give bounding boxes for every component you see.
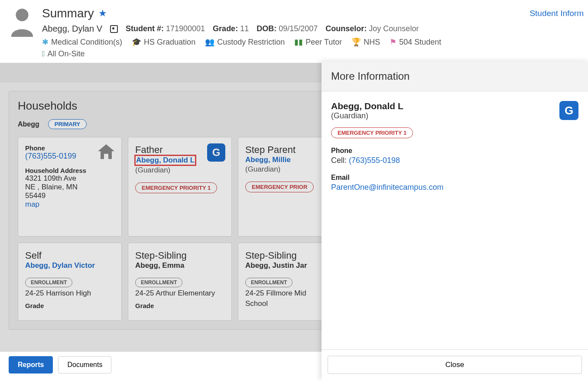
medical-icon: ✱ — [42, 37, 49, 47]
people-icon: 👥 — [205, 37, 214, 47]
side-phone-value: Cell: (763)555-0198 — [331, 156, 578, 165]
side-email-link[interactable]: ParentOne@infinitecampus.com — [331, 183, 443, 192]
grade: Grade: 11 — [213, 24, 249, 33]
id-card-icon[interactable] — [110, 25, 118, 33]
dob: DOB: 09/15/2007 — [257, 24, 318, 33]
more-info-panel: More Information Abegg, Donald L (Guardi… — [322, 62, 588, 380]
address-line-1: 4321 109th Ave — [25, 174, 114, 183]
tab-reports[interactable]: Reports — [9, 356, 53, 374]
flag-icon: ⚑ — [390, 37, 396, 47]
side-panel-title: More Information — [322, 62, 588, 91]
home-icon — [97, 143, 115, 162]
address-line-2: NE , Blaine, MN — [25, 183, 114, 192]
step-parent-name-link[interactable]: Abegg, Millie — [245, 156, 291, 164]
step-sibling-grade-label: Grade — [135, 302, 224, 309]
tag-hs-graduation[interactable]: 🎓HS Graduation — [132, 37, 195, 47]
student-information-link[interactable]: Student Inform — [530, 9, 584, 18]
address-label: Household Address — [25, 167, 114, 174]
tab-documents[interactable]: Documents — [58, 356, 111, 374]
close-button[interactable]: Close — [328, 356, 582, 374]
father-role: (Guardian) — [135, 166, 224, 175]
graduation-icon: 🎓 — [132, 37, 141, 47]
person-pin-icon: 𖠋 — [42, 49, 45, 58]
tag-peer-tutor[interactable]: ▮▮Peer Tutor — [294, 37, 342, 47]
step-sibling-enrollment: 24-25 Arthur Elementary — [135, 289, 224, 298]
primary-pill: PRIMARY — [48, 119, 87, 129]
self-enrollment: 24-25 Harrison High — [25, 289, 114, 298]
enrollment-pill: ENROLLMENT — [135, 278, 182, 287]
side-phone-link[interactable]: (763)555-0198 — [349, 156, 400, 165]
counselor: Counselor: Joy Counselor — [325, 24, 419, 33]
enrollment-pill: ENROLLMENT — [245, 278, 292, 287]
emergency-pill: EMERGENCY PRIOR — [245, 182, 314, 192]
side-person-name: Abegg, Donald L — [331, 101, 403, 111]
side-phone-label: Phone — [331, 147, 578, 155]
self-name-link[interactable]: Abegg, Dylan Victor — [25, 261, 95, 270]
self-title: Self — [25, 250, 114, 261]
map-link[interactable]: map — [25, 200, 39, 208]
step-sibling-title: Step-Sibling — [135, 250, 224, 261]
page-title: Summary — [42, 6, 94, 20]
side-person-role: (Guardian) — [331, 111, 403, 120]
enrollment-pill: ENROLLMENT — [25, 278, 72, 287]
emergency-pill: EMERGENCY PRIORITY 1 — [135, 182, 217, 193]
step-sibling-name: Abegg, Emma — [135, 261, 224, 270]
avatar-placeholder-icon — [9, 6, 36, 37]
guardian-badge: G — [207, 143, 225, 162]
tag-custody[interactable]: 👥Custody Restriction — [205, 37, 285, 47]
student-name: Abegg, Dylan V — [42, 24, 102, 34]
star-icon[interactable]: ★ — [98, 8, 107, 19]
guardian-badge: G — [559, 101, 578, 120]
father-name-link[interactable]: Abegg, Donald L — [136, 156, 195, 164]
self-card: Self Abegg, Dylan Victor ENROLLMENT 24-2… — [18, 243, 122, 321]
highlighted-father-name: Abegg, Donald L — [135, 156, 195, 165]
emergency-pill: EMERGENCY PRIORITY 1 — [331, 127, 413, 138]
student-header: Summary ★ Abegg, Dylan V Student #: 1719… — [0, 0, 588, 63]
tag-medical[interactable]: ✱Medical Condition(s) — [42, 37, 122, 47]
tag-onsite[interactable]: 𖠋All On-Site — [42, 49, 85, 58]
household-phone-link[interactable]: (763)555-0199 — [25, 152, 76, 160]
household-tab[interactable]: Abegg — [18, 120, 39, 128]
trophy-icon: 🏆 — [351, 37, 361, 47]
book-icon: ▮▮ — [294, 37, 303, 47]
student-number: Student #: 171900001 — [126, 24, 205, 33]
tag-504[interactable]: ⚑504 Student — [390, 37, 441, 47]
side-email-label: Email — [331, 174, 578, 182]
step-sibling-card: Step-Sibling Abegg, Emma ENROLLMENT 24-2… — [128, 243, 232, 321]
tag-nhs[interactable]: 🏆NHS — [351, 37, 380, 47]
address-line-3: 55449 — [25, 192, 114, 200]
household-contact-card: Phone (763)555-0199 Household Address 43… — [18, 137, 122, 237]
self-grade-label: Grade — [25, 302, 114, 309]
father-card: G Father Abegg, Donald L (Guardian) EMER… — [128, 137, 232, 237]
svg-point-0 — [16, 9, 28, 21]
